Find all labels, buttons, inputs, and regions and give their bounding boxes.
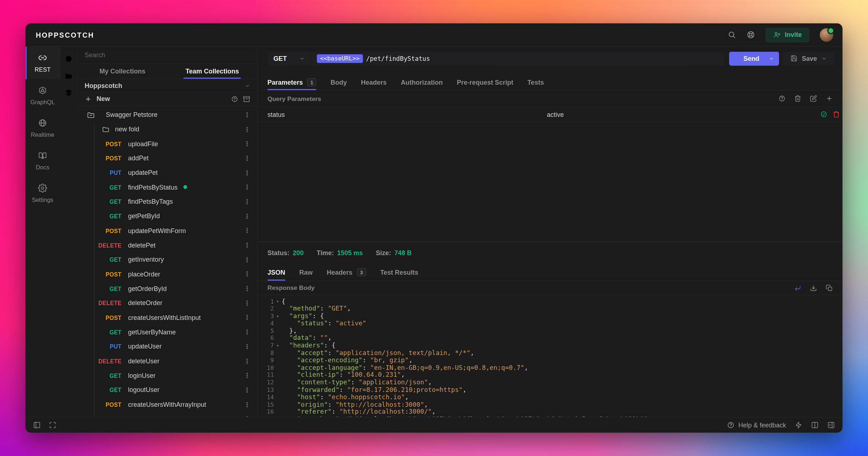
request-row[interactable]: GETloginUser <box>94 368 257 383</box>
more-options-icon[interactable] <box>244 401 251 408</box>
tab-test-results[interactable]: Test Results <box>380 264 418 280</box>
invite-button[interactable]: Invite <box>765 28 809 42</box>
baseurl-variable-pill[interactable]: <<baseURL>> <box>317 54 363 63</box>
request-row[interactable]: GETlogoutUser <box>94 383 257 397</box>
request-row[interactable]: GET <box>94 412 257 417</box>
team-selector[interactable]: Hoppscotch <box>78 79 258 92</box>
more-options-icon[interactable] <box>244 198 251 205</box>
more-options-icon[interactable] <box>244 227 251 235</box>
collections-icon[interactable] <box>60 67 77 84</box>
edit-icon[interactable] <box>810 95 817 102</box>
more-options-icon[interactable] <box>244 111 251 118</box>
request-row[interactable]: GETfindPetsByTags <box>94 194 257 209</box>
expand-icon[interactable] <box>49 421 56 429</box>
more-options-icon[interactable] <box>244 358 251 365</box>
fold-icon[interactable]: ▾ <box>274 313 282 320</box>
copy-icon[interactable] <box>826 284 833 291</box>
url-input[interactable]: <<baseURL>> /pet/findByStatus <box>311 51 725 66</box>
fold-icon[interactable]: ▾ <box>274 342 282 349</box>
more-options-icon[interactable] <box>244 140 251 147</box>
support-icon[interactable] <box>746 30 755 39</box>
environments-icon[interactable] <box>60 84 77 101</box>
save-button[interactable]: Save <box>782 51 835 66</box>
more-options-icon[interactable] <box>244 169 251 176</box>
request-row[interactable]: DELETEdeleteOrder <box>94 296 257 310</box>
tab-pre-request-script[interactable]: Pre-request Script <box>457 75 513 90</box>
more-options-icon[interactable] <box>244 387 251 394</box>
fold-icon[interactable]: ▾ <box>274 298 282 305</box>
tab-my-collections[interactable]: My Collections <box>78 64 167 79</box>
more-options-icon[interactable] <box>244 183 251 191</box>
tab-tests[interactable]: Tests <box>527 75 544 90</box>
collection-root-row[interactable]: Swagger Petstore <box>78 107 258 122</box>
parameter-value-cell[interactable]: active <box>539 107 818 122</box>
search-input[interactable] <box>85 51 250 59</box>
help-feedback-button[interactable]: Help & feedback <box>727 421 786 429</box>
nav-item-realtime[interactable]: Realtime <box>26 112 60 144</box>
help-icon[interactable] <box>779 95 786 102</box>
tab-body[interactable]: Body <box>331 75 347 90</box>
more-options-icon[interactable] <box>244 300 251 307</box>
toggle-parameter-icon[interactable] <box>820 111 827 118</box>
request-row[interactable]: DELETEdeleteUser <box>94 354 257 368</box>
tab-response-headers[interactable]: Headers 3 <box>327 264 366 280</box>
history-icon[interactable] <box>60 51 77 68</box>
add-parameter-icon[interactable] <box>826 95 833 102</box>
clear-all-icon[interactable] <box>794 95 801 102</box>
more-options-icon[interactable] <box>244 372 251 379</box>
help-icon[interactable] <box>231 95 238 102</box>
more-options-icon[interactable] <box>244 155 251 162</box>
avatar[interactable] <box>820 28 834 42</box>
request-row[interactable]: POSTcreateUsersWithListInput <box>94 310 257 325</box>
toggle-sidebar-icon[interactable] <box>33 421 41 429</box>
tab-raw[interactable]: Raw <box>299 264 313 280</box>
delete-parameter-icon[interactable] <box>833 111 840 118</box>
chevron-down-icon[interactable] <box>821 56 827 61</box>
nav-item-settings[interactable]: Settings <box>26 177 60 210</box>
more-options-icon[interactable] <box>244 329 251 336</box>
request-row[interactable]: PUTupdatePet <box>94 165 257 180</box>
request-row[interactable]: POSTupdatePetWithForm <box>94 223 257 238</box>
request-row[interactable]: POSTplaceOrder <box>94 267 257 281</box>
request-row[interactable]: POSTcreateUsersWithArrayInput <box>94 397 257 412</box>
request-row[interactable]: GETfindPetsByStatus <box>94 180 257 194</box>
request-row[interactable]: POSTaddPet <box>94 151 257 165</box>
new-collection-button[interactable]: New <box>97 95 110 103</box>
more-options-icon[interactable] <box>244 242 251 249</box>
request-row[interactable]: GETgetInventory <box>94 252 257 267</box>
request-row[interactable]: GETgetPetById <box>94 209 257 223</box>
archive-icon[interactable] <box>243 95 250 102</box>
nav-item-rest[interactable]: REST <box>26 47 60 79</box>
chevron-down-icon[interactable] <box>769 56 774 61</box>
request-row[interactable]: PUTupdateUser <box>94 339 257 354</box>
more-options-icon[interactable] <box>244 271 251 278</box>
shortcuts-icon[interactable] <box>795 421 803 429</box>
more-options-icon[interactable] <box>244 126 251 133</box>
columns-layout-icon[interactable] <box>811 421 819 429</box>
download-icon[interactable] <box>810 284 817 291</box>
nav-item-docs[interactable]: Docs <box>26 144 60 177</box>
more-options-icon[interactable] <box>244 343 251 350</box>
request-row[interactable]: GETgetOrderById <box>94 281 257 296</box>
send-button[interactable]: Send <box>729 51 779 66</box>
more-options-icon[interactable] <box>244 314 251 321</box>
right-panel-icon[interactable] <box>827 421 835 429</box>
tab-parameters[interactable]: Parameters 1 <box>268 75 317 90</box>
method-select[interactable]: GET <box>268 51 311 66</box>
more-options-icon[interactable] <box>244 212 251 220</box>
request-row[interactable]: DELETEdeletePet <box>94 238 257 252</box>
more-options-icon[interactable] <box>244 285 251 292</box>
search-icon[interactable] <box>727 30 736 39</box>
request-row[interactable]: GETgetUserByName <box>94 325 257 339</box>
more-options-icon[interactable] <box>244 256 251 263</box>
nav-item-graphql[interactable]: GraphQL <box>26 79 60 112</box>
parameter-key-cell[interactable]: status <box>258 107 540 122</box>
tab-headers[interactable]: Headers <box>361 75 387 90</box>
request-row[interactable]: POSTuploadFile <box>94 136 257 151</box>
wrap-lines-icon[interactable] <box>794 284 801 291</box>
collection-folder-row[interactable]: new fold <box>94 122 257 136</box>
tab-authorization[interactable]: Authorization <box>401 75 443 90</box>
tab-team-collections[interactable]: Team Collections <box>167 64 257 79</box>
tab-json[interactable]: JSON <box>268 264 285 280</box>
plus-icon[interactable] <box>85 95 92 102</box>
